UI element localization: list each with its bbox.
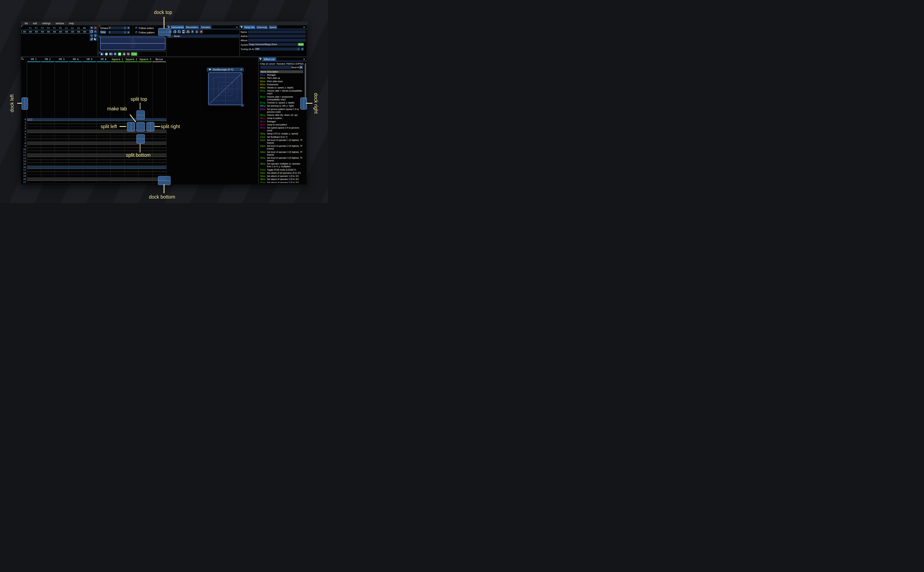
octave-input[interactable]: 3 xyxy=(108,26,125,30)
step-plus-button[interactable]: + xyxy=(127,31,130,34)
effect-row[interactable]: 14xx Set level of operator 3 (0 highest,… xyxy=(260,151,304,156)
hide-tab-bar-button[interactable] xyxy=(259,58,262,60)
order-deep-clone-button[interactable] xyxy=(90,37,93,41)
channel-header[interactable]: FM 2 xyxy=(41,58,55,62)
instrument-toggle-folders-button[interactable] xyxy=(186,30,190,33)
split-right-target[interactable] xyxy=(146,122,154,132)
effect-row[interactable]: 0Fxx Set speed (speed 2 if no grooves ex… xyxy=(260,126,304,132)
step-minus-button[interactable]: - xyxy=(124,31,126,34)
order-move-up-button[interactable] xyxy=(94,30,97,33)
order-cell[interactable]: 00 xyxy=(51,31,58,33)
tuning-plus-button[interactable]: + xyxy=(301,47,304,51)
effect-row[interactable]: 08xy Set panning (x: left; y: right) xyxy=(260,104,304,107)
pattern-row-cells[interactable] xyxy=(27,121,166,124)
hide-tab-bar-button[interactable] xyxy=(168,26,170,28)
effect-row[interactable]: 06xy Volume slide + portamento (compatib… xyxy=(260,96,304,101)
pattern-row-cells[interactable] xyxy=(27,139,166,142)
pattern-row-cells[interactable] xyxy=(27,178,166,181)
pattern-row-cells[interactable] xyxy=(27,118,166,121)
order-cell[interactable]: 00 xyxy=(82,31,88,33)
menu-item[interactable]: edit xyxy=(30,22,39,25)
instrument-list-item-selected[interactable]: - None - xyxy=(167,34,239,38)
effect-row[interactable]: 1Axx Set attack of operator 1 (0 to 1F) xyxy=(260,175,304,177)
poly-button[interactable]: Poly xyxy=(131,52,137,56)
channel-header[interactable]: Noise xyxy=(152,58,166,62)
effect-row[interactable]: 09xx Set groove pattern (speed 1 if no g… xyxy=(260,108,304,113)
instrument-move-down-button[interactable]: ↓ xyxy=(195,30,199,33)
order-add-button[interactable]: + xyxy=(90,26,93,30)
dock-left-target[interactable] xyxy=(22,98,28,110)
split-left-target[interactable] xyxy=(127,122,135,132)
pattern-row-cells[interactable] xyxy=(27,124,166,127)
dock-bottom-target[interactable] xyxy=(158,176,171,185)
order-change-mode-button[interactable] xyxy=(94,37,97,41)
order-cell[interactable]: 00 xyxy=(33,31,39,33)
instrument-save-button[interactable] xyxy=(182,30,185,33)
pattern-row-cells[interactable] xyxy=(27,166,166,169)
search-input[interactable] xyxy=(260,65,293,69)
close-icon[interactable]: × xyxy=(240,68,242,71)
step-button[interactable]: Step xyxy=(100,31,106,34)
effect-row[interactable]: 0Cxx Retrigger xyxy=(260,120,304,123)
pattern-row-cells[interactable] xyxy=(27,136,166,139)
tab-subsongs[interactable]: Subsongs xyxy=(256,25,268,29)
metronome-button[interactable] xyxy=(122,52,126,56)
channel-header[interactable]: FM 3 xyxy=(55,58,69,62)
effect-row[interactable]: 01xx Pitch slide up xyxy=(260,77,304,79)
effect-row[interactable]: 0Axy Volume slide (0y: down; x0: up) xyxy=(260,114,304,117)
pattern-row-cells[interactable] xyxy=(27,148,166,151)
channel-header[interactable]: FM 6 xyxy=(97,58,111,62)
effect-row[interactable]: 0Bxx Jump to pattern xyxy=(260,117,304,120)
menu-item[interactable]: settings xyxy=(39,22,53,25)
close-icon[interactable]: × xyxy=(303,58,305,61)
effect-row[interactable]: 12xx Set level of operator 1 (0 highest,… xyxy=(260,139,304,144)
effect-row[interactable]: 00xy Arpeggio xyxy=(260,74,304,76)
step-input[interactable]: 1 xyxy=(108,31,125,34)
order-move-down-button[interactable] xyxy=(90,34,93,37)
effect-row[interactable]: 02xx Pitch slide down xyxy=(260,80,304,83)
system-field[interactable]: Sega Genesis/Mega Drive xyxy=(248,43,299,46)
pattern-row-cells[interactable] xyxy=(27,130,166,133)
name-field[interactable] xyxy=(248,30,306,33)
panel-divider[interactable] xyxy=(258,57,259,184)
order-remove-button[interactable]: − xyxy=(94,26,97,30)
pattern-row-cells[interactable] xyxy=(27,163,166,166)
instrument-delete-button[interactable]: × xyxy=(199,30,203,33)
pattern-row-cells[interactable] xyxy=(27,145,166,148)
xy-scope-display[interactable] xyxy=(208,72,242,105)
effect-row[interactable]: 05xy Volume slide + vibrato (compatibili… xyxy=(260,90,304,95)
effect-list-menu-button[interactable] xyxy=(299,65,303,69)
tab-instruments[interactable]: Instruments xyxy=(171,25,184,29)
effect-row[interactable]: 16xy Set operator multiplier (x: operato… xyxy=(260,162,304,168)
expand-channels-button[interactable]: ++ xyxy=(22,58,24,61)
order-cell[interactable]: 00 xyxy=(70,31,76,33)
tuning-minus-button[interactable]: - xyxy=(297,47,300,51)
dock-top-target[interactable] xyxy=(158,28,171,36)
oscilloscope[interactable] xyxy=(100,37,165,50)
effect-row[interactable]: 0Dxx Jump to next pattern xyxy=(260,123,304,126)
make-tab-target[interactable] xyxy=(136,122,145,132)
tab-speed[interactable]: Speed xyxy=(268,25,277,29)
tuning-field[interactable]: 440 xyxy=(254,47,298,51)
effect-row[interactable]: 11xx Set feedback (0 to 7) xyxy=(260,136,304,138)
system-auto-button[interactable]: Auto xyxy=(298,43,304,46)
tab-wavetables[interactable]: Wavetables xyxy=(185,25,199,29)
effect-row[interactable]: 07xy Tremolo (x: speed; y: depth) xyxy=(260,101,304,104)
play-pattern-button[interactable] xyxy=(104,52,108,56)
order-duplicate-button[interactable] xyxy=(90,30,93,33)
order-cell[interactable]: 00 xyxy=(27,31,33,33)
repeat-pattern-button[interactable]: ↻ xyxy=(126,52,130,56)
pattern-row-cells[interactable] xyxy=(27,172,166,175)
channel-header[interactable]: FM 1 xyxy=(27,58,41,62)
follow-orders-checkbox[interactable]: ✓ xyxy=(135,26,138,29)
play-from-cursor-button[interactable] xyxy=(109,52,112,56)
close-icon[interactable]: × xyxy=(236,26,238,28)
album-field[interactable] xyxy=(248,39,306,42)
effect-list-scrollbar[interactable] xyxy=(305,63,306,100)
menu-item[interactable]: window xyxy=(53,22,67,25)
effect-row[interactable]: 04xy Vibrato (x: speed; y: depth) xyxy=(260,86,304,89)
close-icon[interactable]: × xyxy=(303,26,305,28)
record-button[interactable] xyxy=(118,52,122,56)
follow-pattern-checkbox[interactable]: ✓ xyxy=(135,31,138,34)
hide-tab-bar-button[interactable] xyxy=(241,26,243,28)
